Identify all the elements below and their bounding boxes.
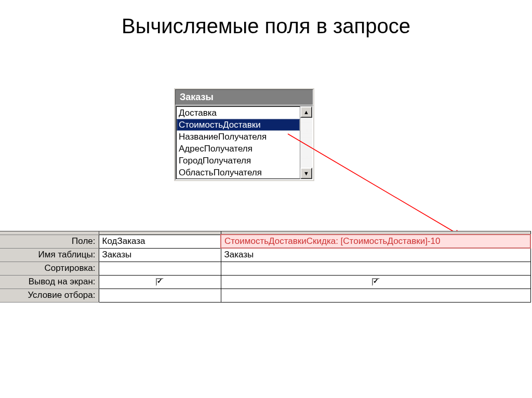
list-item[interactable]: Доставка: [177, 107, 300, 119]
cell-criteria[interactable]: [99, 289, 221, 302]
row-label-table: Имя таблицы:: [0, 248, 99, 262]
list-item[interactable]: ОбластьПолучателя: [177, 167, 300, 179]
list-item[interactable]: АдресПолучателя: [177, 143, 300, 155]
scrollbar[interactable]: ▲ ▼: [300, 106, 312, 179]
list-item[interactable]: СтоимостьДоставки: [177, 119, 300, 131]
cell-sort[interactable]: [99, 262, 221, 275]
scroll-track[interactable]: [300, 118, 312, 168]
field-list[interactable]: Доставка СтоимостьДоставки НазваниеПолуч…: [176, 106, 300, 179]
list-item[interactable]: ГородПолучателя: [177, 155, 300, 167]
scroll-down-button[interactable]: ▼: [300, 168, 312, 179]
arrow-annotation: [0, 0, 532, 398]
table-pane: Заказы Доставка СтоимостьДоставки Назван…: [174, 88, 314, 181]
row-label-criteria: Условие отбора:: [0, 289, 99, 302]
list-item[interactable]: НазваниеПолучателя: [177, 131, 300, 143]
cell-criteria[interactable]: [221, 289, 530, 302]
cell-field-calculated[interactable]: СтоимостьДоставкиСкидка: [СтоимостьДоста…: [221, 235, 530, 248]
cell-field[interactable]: КодЗаказа: [99, 235, 221, 248]
row-label-show: Вывод на экран:: [0, 275, 99, 289]
checkbox-checked-icon[interactable]: [372, 278, 380, 286]
slide-title: Вычисляемые поля в запросе: [0, 0, 532, 38]
scroll-up-button[interactable]: ▲: [300, 106, 312, 118]
cell-show[interactable]: [221, 275, 530, 289]
cell-table[interactable]: Заказы: [99, 248, 221, 262]
row-label-sort: Сортировка:: [0, 262, 99, 275]
checkbox-checked-icon[interactable]: [156, 278, 164, 286]
row-label-field: Поле:: [0, 235, 99, 248]
cell-table[interactable]: Заказы: [221, 248, 530, 262]
cell-show[interactable]: [99, 275, 221, 289]
cell-sort[interactable]: [221, 262, 530, 275]
table-pane-title: Заказы: [175, 89, 313, 105]
query-design-grid: Поле: КодЗаказа СтоимостьДоставкиСкидка:…: [0, 231, 531, 303]
